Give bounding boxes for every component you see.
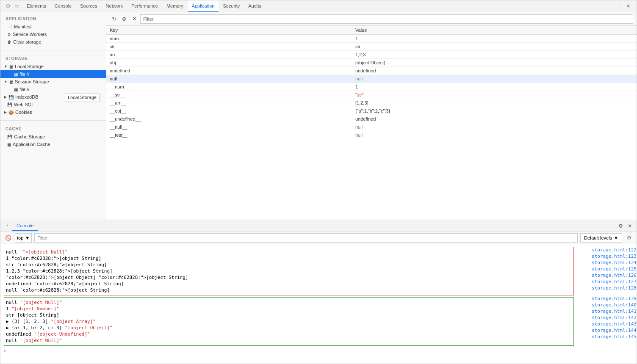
- clear-button[interactable]: ⊘: [120, 15, 128, 23]
- table-row[interactable]: __arr__[1,2,3]: [106, 99, 637, 107]
- tab-console[interactable]: Console: [50, 0, 76, 12]
- console-line-link[interactable]: storage.html:122: [577, 247, 637, 253]
- tab-console-bottom[interactable]: Console: [12, 221, 38, 231]
- console-line-link[interactable]: storage.html:123: [577, 253, 637, 259]
- table-row[interactable]: arr1,2,3: [106, 51, 637, 59]
- table-row[interactable]: obj[object Object]: [106, 59, 637, 67]
- service-workers-icon: ⚙: [7, 32, 11, 37]
- console-line-text: str "color:#c62828;">[object String]: [6, 262, 107, 267]
- device-icon[interactable]: ▭: [13, 3, 20, 10]
- console-line-link[interactable]: storage.html:124: [577, 259, 637, 266]
- sidebar-item-session-storage-file[interactable]: ▦ file://: [0, 85, 106, 93]
- console-settings-btn[interactable]: ⚙: [625, 234, 633, 242]
- sidebar-item-web-sql[interactable]: 💾 Web SQL: [0, 101, 106, 108]
- sidebar-item-app-cache[interactable]: ▦ Application Cache: [0, 141, 106, 148]
- sidebar-item-cache-storage[interactable]: 💾 Cache Storage: [0, 133, 106, 141]
- console-line-link[interactable]: storage.html:139: [577, 295, 637, 302]
- console-line: "color:#c62828;">[object Object] "color:…: [6, 274, 572, 281]
- table-cell-key: __str__: [106, 91, 352, 99]
- tab-audits[interactable]: Audits: [244, 0, 266, 12]
- table-row[interactable]: __null__null: [106, 123, 637, 131]
- table-cell-value: null: [352, 123, 637, 131]
- console-line-link[interactable]: storage.html:142: [577, 314, 637, 321]
- cookies-header[interactable]: ▶ 🍪 Cookies: [0, 108, 106, 116]
- table-row[interactable]: num1: [106, 35, 637, 43]
- tab-memory[interactable]: Memory: [162, 0, 188, 12]
- console-line-link[interactable]: storage.html:128: [577, 285, 637, 291]
- table-cell-value: [1,2,3]: [352, 99, 637, 107]
- level-label: Default levels: [584, 235, 612, 240]
- console-clear-btn[interactable]: 🚫: [4, 234, 12, 242]
- sidebar-item-service-workers[interactable]: ⚙ Service Workers: [0, 30, 106, 38]
- delete-button[interactable]: ✕: [130, 15, 138, 23]
- console-close-icon[interactable]: ✕: [626, 223, 633, 229]
- console-filter-input[interactable]: [34, 233, 578, 243]
- context-select[interactable]: top ▼: [15, 233, 32, 243]
- console-line: null "[object Null]": [6, 337, 572, 344]
- cache-section-title: Cache: [0, 125, 106, 133]
- console-line-link[interactable]: storage.html:140: [577, 302, 637, 308]
- refresh-button[interactable]: ↻: [110, 15, 118, 23]
- context-label: top: [17, 235, 23, 240]
- tab-elements[interactable]: Elements: [22, 0, 50, 12]
- console-line: null "color:#c62828;">[object String]: [6, 287, 572, 293]
- table-row[interactable]: nullnull: [106, 75, 637, 83]
- more-options-icon[interactable]: ⋮: [615, 3, 622, 10]
- table-cell-value: "str": [352, 91, 637, 99]
- application-section: Application 📄 Manifest ⚙ Service Workers…: [0, 12, 106, 48]
- console-line-text: 1,2,3 "color:#c62828;">[object String]: [6, 268, 113, 274]
- console-line-link[interactable]: storage.html:126: [577, 272, 637, 279]
- level-select[interactable]: Default levels ▼: [580, 233, 622, 243]
- table-row[interactable]: __str__"str": [106, 91, 637, 99]
- console-links-column: storage.html:122storage.html:123storage.…: [577, 244, 637, 364]
- console-line-link[interactable]: storage.html:127: [577, 279, 637, 285]
- sidebar-item-local-storage-file[interactable]: ▦ file://: [0, 70, 106, 78]
- table-row[interactable]: strstr: [106, 43, 637, 51]
- indexed-db-header[interactable]: ▶ 💾 IndexedDB: [0, 93, 106, 101]
- file-icon: ▦: [14, 72, 18, 77]
- close-devtools-icon[interactable]: ✕: [625, 3, 631, 10]
- console-settings-icon[interactable]: ⚙: [617, 223, 624, 229]
- sidebar: Application 📄 Manifest ⚙ Service Workers…: [0, 12, 106, 220]
- col-header-key: Key: [106, 26, 352, 35]
- table-cell-value: 1: [352, 35, 637, 43]
- console-line: undefined "[object Undefined]": [6, 331, 572, 337]
- local-storage-group: ▼ ▦ Local Storage ▦ file://: [0, 63, 106, 78]
- cache-storage-icon: 💾: [7, 135, 12, 139]
- console-menu-icon[interactable]: ⋮: [4, 223, 11, 229]
- indexed-db-group: ▶ 💾 IndexedDB: [0, 93, 106, 101]
- console-input-line: >: [0, 347, 577, 354]
- sidebar-item-clear-storage[interactable]: 🗑 Clear storage: [0, 38, 106, 46]
- tab-network[interactable]: Network: [102, 0, 127, 12]
- storage-section: Storage ▼ ▦ Local Storage ▦ file://: [0, 52, 106, 119]
- console-line-link[interactable]: storage.html:145: [577, 334, 637, 340]
- console-line-link[interactable]: storage.html:141: [577, 308, 637, 314]
- local-storage-file-label: file://: [19, 72, 29, 77]
- filter-input[interactable]: [140, 14, 633, 24]
- table-cell-key: arr: [106, 51, 352, 59]
- table-row[interactable]: __test__null: [106, 131, 637, 139]
- table-row[interactable]: __obj__{"a":1,"b":2,"c":3}: [106, 107, 637, 115]
- sidebar-item-manifest[interactable]: 📄 Manifest: [0, 23, 106, 30]
- cookies-group: ▶ 🍪 Cookies: [0, 108, 106, 116]
- console-line: str [object String]: [6, 312, 572, 318]
- console-line: undefined "color:#c62828;">[object Strin…: [6, 281, 572, 287]
- inspect-icon[interactable]: ⬡: [5, 3, 11, 10]
- console-line-link[interactable]: storage.html:144: [577, 327, 637, 334]
- session-storage-label: Session Storage: [15, 79, 49, 84]
- tab-performance[interactable]: Performance: [127, 0, 162, 12]
- console-line-link[interactable]: storage.html:143: [577, 321, 637, 327]
- table-cell-value: str: [352, 43, 637, 51]
- local-storage-header[interactable]: ▼ ▦ Local Storage: [0, 63, 106, 70]
- session-storage-header[interactable]: ▼ ▦ Session Storage: [0, 78, 106, 85]
- tab-application[interactable]: Application: [188, 0, 219, 12]
- tab-security[interactable]: Security: [219, 0, 244, 12]
- tab-sources[interactable]: Sources: [76, 0, 101, 12]
- table-cell-value: 1,2,3: [352, 51, 637, 59]
- console-line-link[interactable]: storage.html:125: [577, 266, 637, 272]
- table-row[interactable]: undefinedundefined: [106, 67, 637, 75]
- main-panel: Application 📄 Manifest ⚙ Service Workers…: [0, 12, 637, 220]
- table-row[interactable]: __num__1: [106, 83, 637, 91]
- table-row[interactable]: __undefined__undefined: [106, 115, 637, 123]
- console-line-text: 1 "color:#c62828;">[object String]: [6, 256, 101, 261]
